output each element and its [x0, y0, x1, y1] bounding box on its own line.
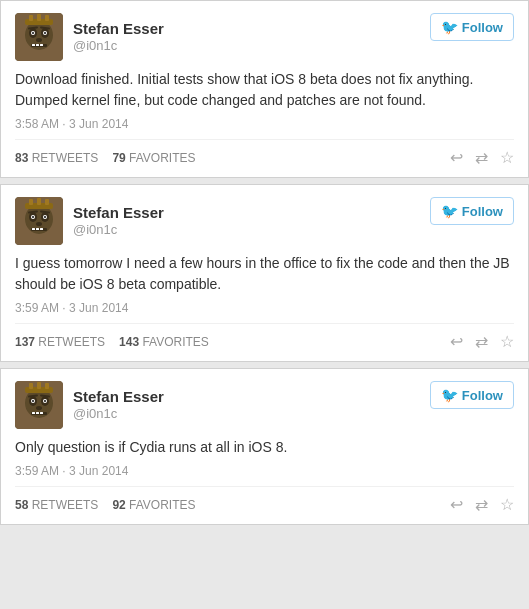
favorites-count: 92 FAVORITES — [112, 498, 195, 512]
retweet-count: 58 RETWEETS — [15, 498, 98, 512]
svg-rect-30 — [36, 228, 39, 230]
tweet-header: Stefan Esser @i0n1c 🐦 Follow — [15, 197, 514, 245]
follow-button[interactable]: 🐦 Follow — [430, 381, 514, 409]
tweet-stats: 137 RETWEETS 143 FAVORITES — [15, 335, 209, 349]
svg-rect-31 — [40, 228, 43, 230]
tweet-header-left: Stefan Esser @i0n1c — [15, 197, 164, 245]
tweet-header: Stefan Esser @i0n1c 🐦 Follow — [15, 381, 514, 429]
favorite-icon[interactable]: ☆ — [500, 495, 514, 514]
svg-rect-37 — [45, 199, 49, 205]
twitter-bird-icon: 🐦 — [441, 19, 458, 35]
svg-point-44 — [32, 400, 34, 402]
svg-rect-12 — [40, 44, 43, 46]
svg-rect-48 — [32, 412, 35, 414]
retweet-count: 137 RETWEETS — [15, 335, 105, 349]
svg-point-7 — [44, 32, 46, 34]
svg-point-8 — [36, 38, 42, 42]
tweet-stats: 58 RETWEETS 92 FAVORITES — [15, 498, 196, 512]
avatar — [15, 13, 63, 61]
svg-rect-35 — [29, 199, 33, 205]
user-name: Stefan Esser — [73, 203, 164, 223]
retweet-count: 83 RETWEETS — [15, 151, 98, 165]
tweet-body: Download finished. Initial tests show th… — [15, 69, 514, 111]
follow-button[interactable]: 🐦 Follow — [430, 13, 514, 41]
user-handle: @i0n1c — [73, 406, 164, 423]
tweet-header-left: Stefan Esser @i0n1c — [15, 381, 164, 429]
user-handle: @i0n1c — [73, 38, 164, 55]
tweet-card-1: Stefan Esser @i0n1c 🐦 Follow Download fi… — [0, 0, 529, 178]
tweets-container: Stefan Esser @i0n1c 🐦 Follow Download fi… — [0, 0, 529, 525]
user-info: Stefan Esser @i0n1c — [73, 387, 164, 423]
user-handle: @i0n1c — [73, 222, 164, 239]
tweet-card-2: Stefan Esser @i0n1c 🐦 Follow I guess tom… — [0, 184, 529, 362]
svg-rect-50 — [40, 412, 43, 414]
user-name: Stefan Esser — [73, 19, 164, 39]
svg-point-46 — [36, 406, 42, 410]
svg-point-26 — [44, 216, 46, 218]
follow-label: Follow — [462, 204, 503, 219]
tweet-footer: 137 RETWEETS 143 FAVORITES ↩ ⇄ ☆ — [15, 323, 514, 351]
favorite-icon[interactable]: ☆ — [500, 148, 514, 167]
svg-rect-36 — [37, 198, 41, 205]
retweet-icon[interactable]: ⇄ — [475, 148, 488, 167]
favorites-count: 79 FAVORITES — [112, 151, 195, 165]
svg-rect-55 — [37, 382, 41, 389]
reply-icon[interactable]: ↩ — [450, 332, 463, 351]
user-info: Stefan Esser @i0n1c — [73, 19, 164, 55]
twitter-bird-icon: 🐦 — [441, 203, 458, 219]
tweet-header-left: Stefan Esser @i0n1c — [15, 13, 164, 61]
tweet-time: 3:58 AM · 3 Jun 2014 — [15, 117, 514, 131]
follow-label: Follow — [462, 388, 503, 403]
avatar — [15, 197, 63, 245]
svg-point-27 — [36, 222, 42, 226]
svg-rect-10 — [32, 44, 35, 46]
svg-rect-11 — [36, 44, 39, 46]
user-name: Stefan Esser — [73, 387, 164, 407]
svg-rect-17 — [37, 14, 41, 21]
favorite-icon[interactable]: ☆ — [500, 332, 514, 351]
tweet-time: 3:59 AM · 3 Jun 2014 — [15, 301, 514, 315]
twitter-bird-icon: 🐦 — [441, 387, 458, 403]
tweet-body: Only question is if Cydia runs at all in… — [15, 437, 514, 458]
favorites-count: 143 FAVORITES — [119, 335, 209, 349]
svg-point-6 — [32, 32, 34, 34]
follow-label: Follow — [462, 20, 503, 35]
svg-rect-49 — [36, 412, 39, 414]
svg-rect-54 — [29, 383, 33, 389]
tweet-footer: 83 RETWEETS 79 FAVORITES ↩ ⇄ ☆ — [15, 139, 514, 167]
tweet-time: 3:59 AM · 3 Jun 2014 — [15, 464, 514, 478]
svg-point-45 — [44, 400, 46, 402]
retweet-icon[interactable]: ⇄ — [475, 495, 488, 514]
svg-rect-16 — [29, 15, 33, 21]
tweet-body: I guess tomorrow I need a few hours in t… — [15, 253, 514, 295]
tweet-actions: ↩ ⇄ ☆ — [450, 148, 514, 167]
svg-rect-56 — [45, 383, 49, 389]
follow-button[interactable]: 🐦 Follow — [430, 197, 514, 225]
tweet-actions: ↩ ⇄ ☆ — [450, 332, 514, 351]
reply-icon[interactable]: ↩ — [450, 148, 463, 167]
avatar — [15, 381, 63, 429]
retweet-icon[interactable]: ⇄ — [475, 332, 488, 351]
tweet-stats: 83 RETWEETS 79 FAVORITES — [15, 151, 196, 165]
tweet-header: Stefan Esser @i0n1c 🐦 Follow — [15, 13, 514, 61]
user-info: Stefan Esser @i0n1c — [73, 203, 164, 239]
tweet-footer: 58 RETWEETS 92 FAVORITES ↩ ⇄ ☆ — [15, 486, 514, 514]
svg-rect-18 — [45, 15, 49, 21]
tweet-card-3: Stefan Esser @i0n1c 🐦 Follow Only questi… — [0, 368, 529, 525]
svg-rect-29 — [32, 228, 35, 230]
svg-point-25 — [32, 216, 34, 218]
reply-icon[interactable]: ↩ — [450, 495, 463, 514]
tweet-actions: ↩ ⇄ ☆ — [450, 495, 514, 514]
